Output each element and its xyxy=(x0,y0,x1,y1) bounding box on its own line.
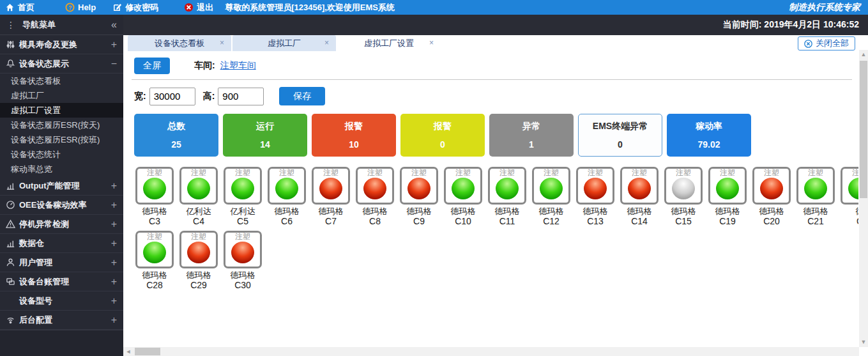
status-card[interactable]: 稼动率79.02 xyxy=(667,114,751,157)
sidebar-group[interactable]: 设备型号+ xyxy=(0,291,123,311)
tab-close-icon[interactable]: × xyxy=(429,35,434,51)
sidebar-item[interactable]: 虚拟工厂设置 xyxy=(0,103,123,118)
horizontal-scroll-thumb[interactable] xyxy=(135,348,160,355)
no-icon xyxy=(5,296,15,306)
tab[interactable]: 虚拟工厂设置× xyxy=(337,35,441,51)
expand-icon[interactable]: + xyxy=(111,180,117,192)
sidebar-group[interactable]: 设备台账管理+ xyxy=(0,272,123,291)
status-card[interactable]: 运行14 xyxy=(223,114,307,157)
device-type-label: 注塑 xyxy=(314,169,348,177)
device-type-label: 注塑 xyxy=(181,233,216,241)
collapse-icon[interactable]: − xyxy=(111,58,117,70)
sidebar-group[interactable]: 用户管理+ xyxy=(0,253,123,272)
expand-icon[interactable]: + xyxy=(111,276,117,288)
width-input[interactable] xyxy=(149,88,195,105)
vertical-scroll-thumb[interactable] xyxy=(860,61,867,198)
device-item[interactable]: 注塑德C xyxy=(839,167,858,226)
home-menu-item[interactable]: 首页 xyxy=(5,2,34,13)
bar-chart-icon xyxy=(5,181,15,191)
sidebar-group[interactable]: 设备状态展示− xyxy=(0,54,123,74)
sidebar-item[interactable]: 设备状态履历ESR(按天) xyxy=(0,118,123,132)
expand-icon[interactable]: + xyxy=(111,199,117,211)
device-item[interactable]: 注塑德玛格C11 xyxy=(487,167,528,226)
device-item[interactable]: 注塑德玛格C30 xyxy=(222,231,263,290)
device-item[interactable]: 注塑亿利达C4 xyxy=(178,167,219,226)
device-brand: 德玛格 xyxy=(443,206,483,216)
expand-icon[interactable]: + xyxy=(111,257,117,268)
device-brand: 德玛格 xyxy=(222,270,263,280)
expand-icon[interactable]: + xyxy=(111,314,117,326)
device-item[interactable]: 注塑德玛格C3 xyxy=(134,167,175,226)
device-item[interactable]: 注塑德玛格C19 xyxy=(707,167,748,226)
sidebar-group[interactable]: 模具寿命及更换+ xyxy=(0,35,123,54)
card-label: 稼动率 xyxy=(696,121,722,132)
help-menu-item[interactable]: ? Help xyxy=(65,3,96,12)
sidebar-group[interactable]: 后台配置+ xyxy=(0,311,123,330)
device-type-label: 注塑 xyxy=(842,169,858,177)
device-item[interactable]: 注塑德玛格C9 xyxy=(399,167,439,226)
device-item[interactable]: 注塑德玛格C12 xyxy=(531,167,572,226)
sidebar-item[interactable]: 设备状态看板 xyxy=(0,74,123,88)
logout-menu-item[interactable]: 退出 xyxy=(184,2,213,13)
status-card[interactable]: 报警10 xyxy=(312,114,396,157)
device-brand: 德玛格 xyxy=(134,270,175,280)
tab[interactable]: 设备状态看板× xyxy=(128,35,231,51)
sidebar-item[interactable]: 虚拟工厂 xyxy=(0,88,123,103)
status-card[interactable]: 总数25 xyxy=(134,114,218,157)
device-item[interactable]: 注塑德玛格C15 xyxy=(663,167,704,226)
scroll-up-arrow[interactable]: ▲ xyxy=(859,50,868,59)
vertical-scrollbar[interactable]: ▲ ▼ xyxy=(859,50,868,347)
tab-label: 虚拟工厂 xyxy=(268,38,301,48)
scroll-left-arrow[interactable]: ◄ xyxy=(125,347,132,356)
device-item[interactable]: 注塑德玛格C6 xyxy=(266,167,307,226)
change-password-menu-item[interactable]: 修改密码 xyxy=(112,2,158,13)
device-item[interactable]: 注塑德玛格C21 xyxy=(795,167,836,226)
scroll-down-arrow[interactable]: ▼ xyxy=(859,337,868,347)
device-row: 注塑德玛格C3注塑亿利达C4注塑亿利达C5注塑德玛格C6注塑德玛格C7注塑德玛格… xyxy=(134,167,858,226)
sidebar-item[interactable]: 设备状态履历ESR(按班) xyxy=(0,132,123,147)
brand-slogan: 制造执行系统专家 xyxy=(789,2,860,13)
device-box: 注塑 xyxy=(135,167,174,205)
device-item[interactable]: 注塑德玛格C13 xyxy=(575,167,616,226)
device-type-label: 注塑 xyxy=(666,169,701,177)
sidebar-item[interactable]: 设备状态统计 xyxy=(0,147,123,162)
collapse-sidebar-icon[interactable]: « xyxy=(111,19,117,31)
device-item[interactable]: 注塑德玛格C14 xyxy=(619,167,660,226)
tab[interactable]: 虚拟工厂× xyxy=(232,35,336,51)
device-code: C15 xyxy=(663,216,704,226)
status-led-red xyxy=(407,178,430,199)
tabs-container: 设备状态看板×虚拟工厂×虚拟工厂设置× xyxy=(128,35,442,51)
expand-icon[interactable]: + xyxy=(111,219,117,230)
fullscreen-button[interactable]: 全屏 xyxy=(134,58,170,74)
status-card[interactable]: 异常1 xyxy=(489,114,574,157)
device-box: 注塑 xyxy=(664,167,703,205)
sidebar-group[interactable]: Output产能管理+ xyxy=(0,176,123,196)
device-brand: 亿利达 xyxy=(222,206,263,216)
workshop-link[interactable]: 注塑车间 xyxy=(220,60,256,72)
horizontal-scrollbar[interactable]: ◄ xyxy=(123,347,859,356)
sidebar-item[interactable]: 稼动率总览 xyxy=(0,162,123,176)
status-card[interactable]: 报警0 xyxy=(400,114,485,157)
card-value: 25 xyxy=(171,139,181,150)
sidebar-group[interactable]: 数据仓+ xyxy=(0,234,123,253)
save-button[interactable]: 保存 xyxy=(279,87,325,105)
tab-close-icon[interactable]: × xyxy=(220,35,224,51)
device-item[interactable]: 注塑亿利达C5 xyxy=(222,167,263,226)
device-item[interactable]: 注塑德玛格C10 xyxy=(443,167,483,226)
device-brand: 德玛格 xyxy=(663,206,704,216)
device-item[interactable]: 注塑德玛格C8 xyxy=(354,167,395,226)
device-box: 注塑 xyxy=(356,167,394,205)
tab-close-icon[interactable]: × xyxy=(324,35,329,51)
expand-icon[interactable]: + xyxy=(111,295,117,307)
device-item[interactable]: 注塑德玛格C20 xyxy=(751,167,792,226)
sidebar-group[interactable]: OEE设备稼动效率+ xyxy=(0,196,123,215)
status-card[interactable]: EMS终端异常0 xyxy=(578,114,662,157)
expand-icon[interactable]: + xyxy=(111,39,117,50)
device-item[interactable]: 注塑德玛格C7 xyxy=(310,167,351,226)
close-all-tabs-button[interactable]: 关闭全部 xyxy=(798,36,855,50)
device-item[interactable]: 注塑德玛格C28 xyxy=(134,231,175,290)
sidebar-group[interactable]: 停机异常检测+ xyxy=(0,215,123,234)
device-item[interactable]: 注塑德玛格C29 xyxy=(178,231,219,290)
height-input[interactable] xyxy=(218,88,264,105)
expand-icon[interactable]: + xyxy=(111,238,117,249)
